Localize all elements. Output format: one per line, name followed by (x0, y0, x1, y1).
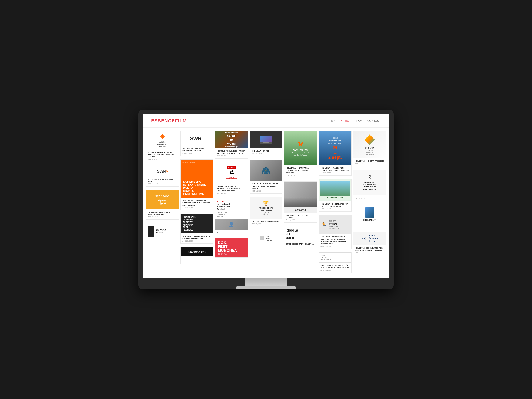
card-hof[interactable]: internationaleHOMEofFILMShofer filmtage … (215, 131, 248, 158)
nancy-poster-text: Festivalinternationaldu film de Nancy (328, 137, 342, 144)
card-nancy-poster[interactable]: Festivalinternationaldu film de Nancy 24… (319, 131, 351, 176)
hof-date: OCT 15, 2018 (217, 155, 246, 157)
dokka-dots-row (286, 237, 315, 239)
dokka-dot-1 (286, 237, 289, 239)
nancy-poster-overlay: Festivalinternationaldu film de Nancy 24… (326, 135, 344, 162)
squirrel-icon: 🐿 (298, 140, 304, 147)
card-dokka[interactable]: dokKad k OUR DOCUMENTARY »DIL LEYLA« (284, 226, 317, 248)
achtung-berlin-image (148, 226, 154, 237)
news-grid: ✳ THESALONIKIDOCUMENTARYFESTIVAL »DOUBLE… (143, 128, 389, 278)
card-eberhard[interactable]: StudioHamburgnachwuchspreis »DIL LEYLA« … (319, 252, 351, 272)
nuremberg-orange-top: Internationale (182, 161, 211, 164)
card-grimme[interactable]: AdolfGrimmePreis »DIL LEYLA« IS NOMINATE… (353, 232, 386, 255)
card-nuremberg-wreath[interactable]: 🎖 NUREMBERGINTERNATIONALHUMAN RIGHTSFILM… (353, 170, 386, 201)
denkraum-icon (260, 236, 264, 240)
card-dil-leyla-cover[interactable]: Dil Leyla CINEMA RELEASE OF »DIL LEYLA« … (284, 181, 317, 223)
sehsuechte-header: Sehsüchte (217, 201, 246, 203)
ischia-content: ischiafilmfestival (319, 179, 351, 201)
card-escales[interactable]: Sehsüchte 📽 escalesdocumentaires »DIL LE… (215, 162, 248, 196)
card-first-steps[interactable]: 🏃 FIRSTSTEPS Der DeutscheNachwuchspreis … (319, 215, 351, 249)
site-logo[interactable]: ESSENCEFILM (151, 118, 187, 124)
grimme-logo-row: AdolfGrimmePreis (361, 234, 378, 243)
card-denkraum[interactable]: DENKRAUMFRESACH (250, 230, 282, 247)
swr-mid-logo: SWR » (146, 166, 178, 177)
swr-top-title: »DOUBLE INCOME, KIDS« BROADCAST ON SWR (182, 147, 211, 152)
dokka-title: OUR DOCUMENTARY »DIL LEYLA« (286, 243, 315, 245)
escales-content: Sehsüchte 📽 escalesdocumentaires (215, 162, 248, 184)
saloniki-title: »DOUBLE INCOME, KIDS« AT THESSALONIKI DO… (148, 152, 177, 158)
card-krakow[interactable]: KRAKOWSKIFESTIWALFILMOWYKRAKOWFILMFESTIV… (180, 214, 213, 244)
card-ischia[interactable]: ischiafilmfestival »DIL LEYLA« IS NOMINA… (319, 179, 351, 211)
sehsuechte-photo: 👤 (229, 222, 234, 227)
swr-mid-date: SEP 27, 2017 (148, 183, 177, 185)
sistar-label: SİSTAR (365, 146, 374, 149)
card-swr-top[interactable]: SWR » »DOUBLE INCOME, KIDS« BROADCAST ON… (180, 131, 213, 156)
nav-contact[interactable]: CONTACT (367, 119, 381, 122)
sistar-diamond-icon (364, 134, 375, 145)
nuremberg-orange-title: »DIL LEYLA« AT NUREMBERG INTERNATIONAL H… (182, 200, 211, 206)
card-achtung-berlin[interactable]: ACHTUNGBERLIN (146, 223, 179, 240)
swr-top-date: NOV 8, 2020 (182, 152, 211, 154)
nuremberg-wreath-content: 🎖 NUREMBERGINTERNATIONALHUMAN RIGHTSFILM… (354, 170, 386, 195)
first-steps-title: »DIL LEYLA« SELECTED FOR DOCUMENT INTERN… (321, 236, 349, 245)
nav-news[interactable]: NEWS (341, 119, 349, 122)
monitor-screen: ESSENCEFILM FILMS NEWS TEAM CONTACT ✳ TH… (143, 114, 389, 278)
nancy-date-text: 24août2 sept. (328, 145, 342, 160)
sehsuechte-content: Sehsüchte InternationalStudent FilmFesti… (215, 199, 248, 219)
hof-title: »DOUBLE INCOME, KIDS« AT HOF INTERNATION… (217, 150, 246, 154)
nuremberg-wreath-text: NUREMBERGINTERNATIONALHUMAN RIGHTSFILM F… (363, 182, 376, 190)
denkraum-text: DENKRAUMFRESACH (265, 235, 272, 241)
fidadoc-wreath-sub: FIDADOCفيدادوك (263, 212, 269, 215)
card-dok-fest[interactable]: DOK.festMÜNCHEN 03.–14. MAI (215, 238, 248, 258)
document-content: DOCUMENT↓ (354, 205, 386, 224)
card-nuremberg-orange[interactable]: Internationale NUREMBERGINTERNATIONALHUM… (180, 159, 213, 210)
dokka-dot-2 (289, 237, 291, 239)
dokka-body: OUR DOCUMENTARY »DIL LEYLA« (284, 241, 317, 247)
card-aye-aye[interactable]: 🐿 Aye Aye VO Festival internationaldu fi… (284, 131, 317, 178)
card-nuremberg-gray[interactable]: 🧥 »DIL LEYLA« IS THE WINNER OF THE OPEN … (250, 160, 282, 194)
first-steps-sub: Der DeutscheNachwuchspreis (328, 226, 339, 229)
ischia-logo-text: ischiafilmfestival (321, 196, 349, 200)
dil-leyla-logo-text: Dil Leyla (285, 208, 315, 211)
nuremberg-orange-body: »DIL LEYLA« AT NUREMBERG INTERNATIONAL H… (181, 198, 213, 210)
nuremberg-orange-img: Internationale NUREMBERGINTERNATIONALHUM… (181, 160, 213, 198)
card-sehsuechte[interactable]: Sehsüchte InternationalStudent FilmFesti… (215, 199, 248, 234)
nuremberg-gray-title: »DIL LEYLA« IS THE WINNER OF THE OPEN EY… (252, 183, 280, 190)
swr-arrows-icon: » (166, 169, 168, 173)
card-swr-mid[interactable]: SWR » »DIL LEYLA« BROADCAST ON SWR SEP 2… (146, 165, 179, 187)
vod-date: NOV 15, 2018 (252, 153, 280, 154)
grid-col-7: SİSTAR FilmpreisSoroptimistInternational… (353, 131, 386, 274)
nav-team[interactable]: TEAM (354, 119, 362, 122)
card-fidadoc-wreath[interactable]: 🏆 PRIX DES DROITSHUMAINS 2018 FIDADOCفيد… (250, 197, 282, 226)
card-vod[interactable]: »DIL LEYLA« ON VOD NOV 15, 2018 (250, 131, 282, 156)
vod-screen (260, 136, 272, 142)
krakow-body: »DIL LEYLA« WILL BE SHOWN AT KRAKOW FILM… (181, 234, 213, 243)
vod-stand (263, 142, 269, 143)
runner-icon: 🏃 (321, 222, 327, 228)
card-kino[interactable]: KINO xenix BAR (180, 247, 213, 264)
grimme-name-text: AdolfGrimmePreis (369, 234, 378, 243)
escales-body: »DIL LEYLA« GOES TO INTERNATIONAL CREATI… (215, 184, 248, 196)
krakow-date: APR 22, 2017 (182, 240, 211, 242)
dil-leyla-name-plate: Dil Leyla (284, 207, 317, 213)
first-steps-text-block: FIRSTSTEPS Der DeutscheNachwuchspreis (328, 220, 339, 229)
saloniki-date: MAR 8, 2021 (148, 159, 177, 160)
dok-fest-content: DOK.festMÜNCHEN 03.–14. MAI (215, 238, 248, 258)
first-steps-label: FIRSTSTEPS (328, 220, 339, 226)
card-sistar[interactable]: SİSTAR FilmpreisSoroptimistInternational… (353, 131, 386, 166)
fidadoc-wreath-label: PRIX DES DROITSHUMAINS 2018 (259, 207, 273, 211)
krakow-img: KRAKOWSKIFESTIWALFILMOWYKRAKOWFILMFESTIV… (181, 214, 213, 234)
grid-col-2: SWR » »DOUBLE INCOME, KIDS« BROADCAST ON… (180, 131, 213, 274)
dil-leyla-image (284, 182, 317, 207)
card-document[interactable]: DOCUMENT↓ (353, 204, 386, 228)
sistar-sub: FilmpreisSoroptimistInternational (366, 149, 374, 155)
achtung-berlin-content: ACHTUNGBERLIN (146, 223, 178, 240)
logo-text-plain: ESSENCE (151, 118, 175, 123)
nav-films[interactable]: FILMS (327, 119, 335, 122)
card-fidadoc-logo[interactable]: FIDADOCفيدادوكﻓﻴﺪﺍﺩﻭﻙ »DIL LEYLA« SELECT… (146, 190, 179, 220)
card-saloniki[interactable]: ✳ THESALONIKIDOCUMENTARYFESTIVAL »DOUBLE… (146, 131, 179, 162)
saloniki-logo-text: THESALONIKIDOCUMENTARYFESTIVAL (158, 140, 167, 147)
hof-body: »DOUBLE INCOME, KIDS« AT HOF INTERNATION… (215, 148, 248, 158)
main-nav: FILMS NEWS TEAM CONTACT (327, 119, 381, 122)
first-steps-body: »DIL LEYLA« SELECTED FOR DOCUMENT INTERN… (319, 234, 351, 249)
